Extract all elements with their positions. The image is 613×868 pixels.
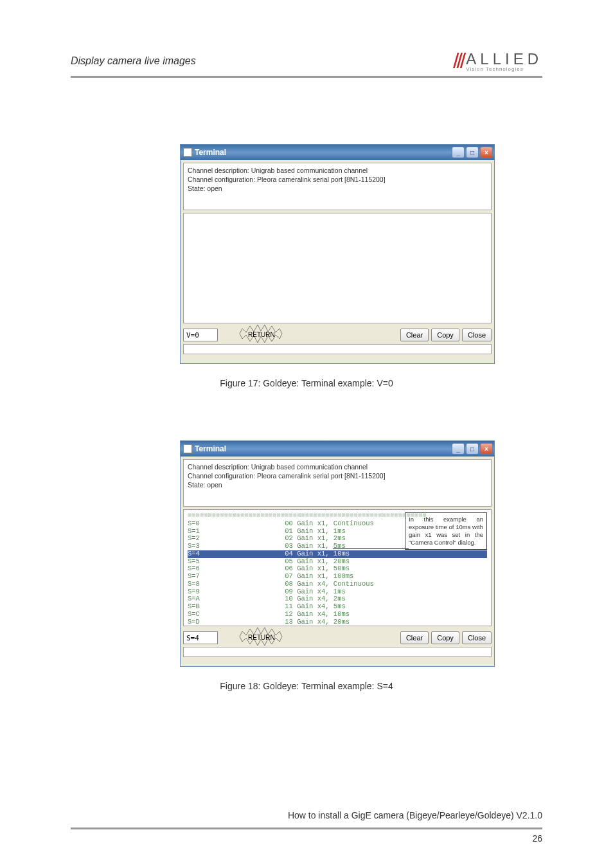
- return-annotation: RETURN: [248, 331, 275, 338]
- command-input[interactable]: [183, 329, 218, 341]
- minimize-button[interactable]: _: [452, 443, 465, 455]
- channel-info-panel: Channel description: Unigrab based commu…: [183, 163, 492, 210]
- terminal-output[interactable]: [183, 213, 492, 323]
- return-annotation: RETURN: [248, 634, 275, 641]
- info-line: State: open: [188, 184, 487, 193]
- command-input[interactable]: [183, 631, 218, 644]
- clear-button[interactable]: Clear: [400, 631, 429, 644]
- close-window-button[interactable]: ×: [480, 147, 493, 158]
- info-line: Channel description: Unigrab based commu…: [188, 462, 487, 471]
- terminal-output[interactable]: In this example an exposure time of 10ms…: [183, 509, 492, 626]
- info-line: Channel configuration: Pleora cameralink…: [188, 471, 487, 480]
- window-title: Terminal: [195, 444, 226, 453]
- channel-info-panel: Channel description: Unigrab based commu…: [183, 459, 492, 507]
- clear-button[interactable]: Clear: [400, 329, 429, 341]
- logo-slashes-icon: ///: [453, 48, 463, 73]
- logo-sub-text: Vision Technologies: [466, 66, 542, 72]
- info-line: State: open: [188, 480, 487, 489]
- minimize-button[interactable]: _: [452, 147, 465, 158]
- header-title: Display camera live images: [71, 55, 196, 67]
- titlebar[interactable]: Terminal _ □ ×: [181, 441, 494, 457]
- command-row: RETURN Clear Copy Close: [181, 326, 494, 344]
- info-line: Channel description: Unigrab based commu…: [188, 166, 487, 175]
- close-button[interactable]: Close: [462, 329, 492, 341]
- figure-caption-17: Figure 17: Goldeye: Terminal example: V=…: [0, 378, 613, 388]
- titlebar[interactable]: Terminal _ □ ×: [181, 145, 494, 160]
- footer-text: How to install a GigE camera (Bigeye/Pea…: [288, 810, 542, 820]
- terminal-window-1: Terminal _ □ × Channel description: Unig…: [180, 144, 495, 364]
- logo-main-text: ALLIED: [466, 50, 542, 68]
- copy-button[interactable]: Copy: [431, 329, 459, 341]
- close-button[interactable]: Close: [462, 631, 492, 644]
- close-window-button[interactable]: ×: [480, 443, 493, 455]
- header-divider: [71, 76, 542, 78]
- terminal-window-2: Terminal _ □ × Channel description: Unig…: [180, 440, 495, 667]
- brand-logo: /// ALLIED Vision Technologies: [453, 48, 542, 73]
- terminal-text: ========================================…: [184, 510, 491, 626]
- status-bar: [183, 647, 492, 657]
- copy-button[interactable]: Copy: [431, 631, 459, 644]
- figure-caption-18: Figure 18: Goldeye: Terminal example: S=…: [0, 681, 613, 691]
- page-header: Display camera live images /// ALLIED Vi…: [71, 48, 542, 73]
- command-row: RETURN Clear Copy Close: [181, 629, 494, 647]
- window-icon: [183, 444, 192, 453]
- window-title: Terminal: [195, 148, 226, 157]
- info-line: Channel configuration: Pleora cameralink…: [188, 175, 487, 184]
- maximize-button[interactable]: □: [466, 443, 479, 455]
- window-icon: [183, 148, 192, 157]
- footer-divider: [71, 827, 542, 829]
- status-bar: [183, 344, 492, 354]
- maximize-button[interactable]: □: [466, 147, 479, 158]
- page-number: 26: [532, 833, 542, 844]
